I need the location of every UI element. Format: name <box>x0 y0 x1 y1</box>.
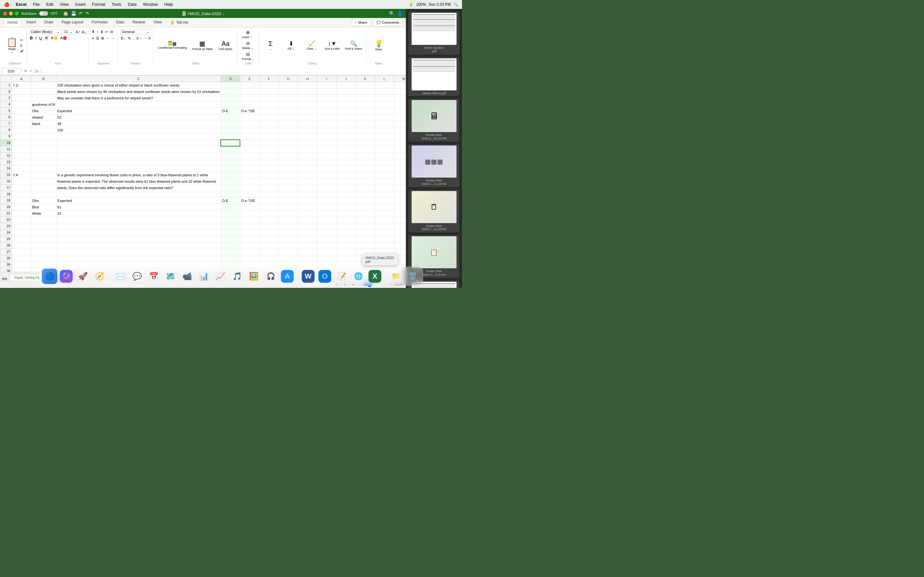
cell-H24[interactable] <box>298 229 317 236</box>
cell-E12[interactable] <box>240 153 259 159</box>
sidebar-thumb-3[interactable]: ▦▦▦ Screen Shot2020-0....11.23 PM <box>409 144 459 187</box>
dock-siri[interactable]: 🔮 <box>59 269 74 284</box>
cell-I10[interactable] <box>317 140 336 146</box>
cell-A27[interactable] <box>12 249 31 255</box>
cell-L15[interactable] <box>375 172 394 178</box>
cell-C28[interactable] <box>56 255 221 261</box>
cell-F16[interactable] <box>259 178 278 185</box>
row-header-26[interactable]: 26 <box>0 242 12 249</box>
cell-J22[interactable] <box>336 217 355 223</box>
cell-C16[interactable]: flowered plants is expected. The observe… <box>56 178 221 185</box>
cell-L5[interactable] <box>375 108 394 114</box>
col-header-M[interactable]: M <box>394 76 406 82</box>
cell-M11[interactable] <box>394 146 406 153</box>
cell-K10[interactable] <box>355 140 375 146</box>
row-header-5[interactable]: 5 <box>0 108 12 114</box>
cell-B14[interactable] <box>31 165 57 172</box>
cell-D8[interactable] <box>221 127 240 133</box>
cell-G27[interactable] <box>278 249 298 255</box>
cell-H15[interactable] <box>298 172 317 178</box>
cell-I4[interactable] <box>317 101 336 108</box>
cell-L20[interactable] <box>375 204 394 210</box>
cell-G16[interactable] <box>278 178 298 185</box>
cell-M14[interactable] <box>394 165 406 172</box>
cell-E11[interactable] <box>240 146 259 153</box>
cell-C6[interactable]: 52 <box>56 114 221 121</box>
cell-D24[interactable] <box>221 229 240 236</box>
col-header-A[interactable]: A <box>12 76 31 82</box>
find-select-button[interactable]: 🔍 Find & Select <box>343 39 365 51</box>
cell-E18[interactable] <box>240 191 259 197</box>
cell-M12[interactable] <box>394 153 406 159</box>
cell-I23[interactable] <box>317 223 336 229</box>
cell-I11[interactable] <box>317 146 336 153</box>
cell-L12[interactable] <box>375 153 394 159</box>
cell-B1[interactable] <box>31 82 57 89</box>
dock-messages[interactable]: 💬 <box>129 269 145 284</box>
cell-D4[interactable] <box>221 101 240 108</box>
cell-B12[interactable] <box>31 153 57 159</box>
cell-M1[interactable] <box>394 82 406 89</box>
menu-data[interactable]: Data <box>125 1 139 7</box>
cell-H27[interactable] <box>298 249 317 255</box>
cell-H1[interactable] <box>298 82 317 89</box>
cell-F24[interactable] <box>259 229 278 236</box>
cell-D5[interactable]: O-E <box>221 108 240 114</box>
format-button[interactable]: ⊟ Format⌄ <box>240 51 256 61</box>
minimize-button[interactable] <box>9 11 13 15</box>
cell-M19[interactable] <box>394 197 406 204</box>
cell-B17[interactable] <box>31 185 57 191</box>
cell-J14[interactable] <box>336 165 355 172</box>
cell-G10[interactable] <box>278 140 298 146</box>
menu-view[interactable]: View <box>57 1 71 7</box>
dock-djay[interactable]: 🎧 <box>263 269 278 284</box>
cell-M25[interactable] <box>394 236 406 242</box>
cell-F23[interactable] <box>259 223 278 229</box>
col-header-I[interactable]: I <box>317 76 336 82</box>
cell-H5[interactable] <box>298 108 317 114</box>
cell-K13[interactable] <box>355 159 375 165</box>
cell-A1[interactable]: 7.2: <box>12 82 31 89</box>
col-header-K[interactable]: K <box>355 76 375 82</box>
cell-F12[interactable] <box>259 153 278 159</box>
format-as-table-button[interactable]: ▦ Format as Table <box>190 39 215 51</box>
cell-F3[interactable] <box>259 95 278 101</box>
cell-I7[interactable] <box>317 121 336 127</box>
cell-E10[interactable] <box>240 140 259 146</box>
decrease-decimal-icon[interactable]: .0→ <box>135 35 143 41</box>
cell-C23[interactable] <box>56 223 221 229</box>
search-ribbon-icon[interactable]: 🔍 <box>389 11 395 16</box>
cell-F15[interactable] <box>259 172 278 178</box>
cell-D13[interactable] <box>221 159 240 165</box>
cell-F17[interactable] <box>259 185 278 191</box>
cell-L13[interactable] <box>375 159 394 165</box>
cell-D10[interactable] <box>221 140 240 146</box>
row-header-20[interactable]: 20 <box>0 204 12 210</box>
cell-C4[interactable] <box>56 101 221 108</box>
cell-E21[interactable] <box>240 210 259 217</box>
cell-J27[interactable] <box>336 249 355 255</box>
row-header-7[interactable]: 7 <box>0 121 12 127</box>
dock-folder[interactable]: 📁 <box>388 269 404 284</box>
cell-D3[interactable] <box>221 95 240 101</box>
tab-insert[interactable]: Insert <box>23 18 40 27</box>
cell-J9[interactable] <box>336 133 355 140</box>
cell-F22[interactable] <box>259 217 278 223</box>
cell-G2[interactable] <box>278 89 298 95</box>
cell-I8[interactable] <box>317 127 336 133</box>
cell-J1[interactable] <box>336 82 355 89</box>
cell-E25[interactable] <box>240 236 259 242</box>
cell-E5[interactable]: O-e ^2/E <box>240 108 259 114</box>
cell-J3[interactable] <box>336 95 355 101</box>
cell-B6[interactable]: striped <box>31 114 57 121</box>
cell-A10[interactable] <box>12 140 31 146</box>
cell-L18[interactable] <box>375 191 394 197</box>
cell-C17[interactable]: plants. Does the observed ratio differ s… <box>56 185 221 191</box>
cell-K3[interactable] <box>355 95 375 101</box>
cell-G7[interactable] <box>278 121 298 127</box>
col-header-J[interactable]: J <box>336 76 355 82</box>
cell-C8[interactable]: 100 <box>56 127 221 133</box>
cell-H7[interactable] <box>298 121 317 127</box>
cell-K15[interactable] <box>355 172 375 178</box>
comments-button[interactable]: 💬 Comments <box>373 19 403 26</box>
